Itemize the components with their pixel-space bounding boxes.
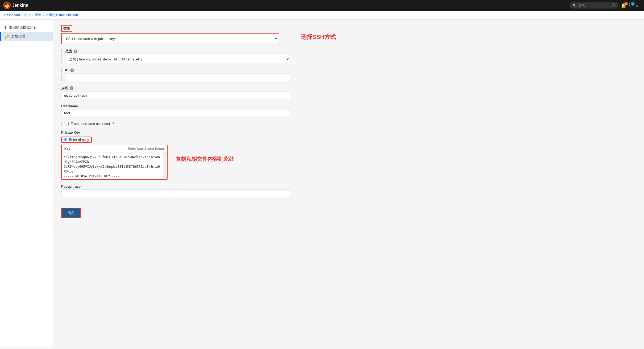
sep4: ›	[80, 13, 81, 17]
enter-directly-box: Enter directly	[61, 137, 92, 143]
navbar-icons: 🔔 2 🛡 2 jerr	[621, 3, 641, 8]
submit-section: 确定	[61, 204, 636, 218]
search-input[interactable]	[578, 3, 610, 7]
user-menu[interactable]: jerr	[636, 3, 641, 7]
key-scrollbar: ▲ ▼	[163, 153, 167, 179]
breadcrumb-system[interactable]: 系统	[35, 13, 41, 17]
logo: 🧑 Jenkins	[3, 2, 28, 9]
treat-username-label: Treat username as secret	[71, 122, 110, 126]
username-label: Username	[61, 104, 290, 108]
treat-username-section: Treat username as secret ?	[61, 122, 290, 126]
sep1: ›	[22, 13, 23, 17]
username-label-text: Username	[61, 104, 78, 108]
description-section: 描述 ? gitlab-auth-ssh	[61, 86, 290, 99]
sep2: ›	[32, 13, 33, 17]
sidebar-add-label: 添加凭据	[11, 34, 25, 39]
description-input[interactable]: gitlab-auth-ssh	[61, 92, 290, 99]
breadcrumb: Dashboard › 凭据 › 系统 › 全局凭据 (unrestricted…	[0, 11, 644, 20]
range-label-text: 范围	[65, 49, 72, 54]
range-label: 范围 ?	[65, 49, 290, 54]
key-icon: 🔑	[5, 34, 9, 39]
key-outer-box: Key Enter New Secret Below ▲ ▼	[61, 145, 168, 180]
passphrase-input[interactable]	[61, 190, 290, 197]
sidebar-item-back[interactable]: ⬆ 返回到凭据域列表	[0, 23, 53, 32]
key-hint: Enter New Secret Below	[128, 147, 164, 151]
private-key-section: Private Key Enter directly Key Enter New…	[61, 130, 290, 180]
notification-badge: 2	[624, 2, 628, 6]
submit-button[interactable]: 确定	[61, 208, 81, 218]
navbar: 🧑 Jenkins 🔍 ? 🔔 2 🛡 2 jerr	[0, 0, 644, 11]
key-area-header: Key Enter New Secret Below	[62, 145, 167, 153]
passphrase-label-text: Passphrase	[61, 184, 81, 188]
sidebar-back-label: 返回到凭据域列表	[9, 25, 37, 30]
notification-icon[interactable]: 🔔 2	[621, 3, 626, 8]
username-section: Username root	[61, 104, 290, 117]
id-label-text: ID	[65, 68, 69, 72]
treat-username-row: Treat username as secret ?	[65, 122, 290, 126]
key-area-row: Key Enter New Secret Below ▲ ▼ 复制私钥文件内容到…	[61, 145, 290, 180]
breadcrumb-global[interactable]: 全局凭据 (unrestricted)	[45, 13, 78, 17]
key-area: Key Enter New Secret Below ▲ ▼	[62, 145, 167, 179]
passphrase-label: Passphrase	[61, 184, 290, 188]
main-layout: ⬆ 返回到凭据域列表 🔑 添加凭据 类型 SSH Username with p…	[0, 20, 644, 347]
key-textarea-wrapper: ▲ ▼	[62, 153, 167, 179]
id-label: ID ?	[65, 68, 290, 72]
range-section: 范围 ? 全局 (Jenkins, nodes, items, all chil…	[61, 49, 290, 63]
type-select-box: SSH Username with private key	[61, 33, 279, 44]
description-label: 描述 ?	[61, 86, 290, 91]
main-content: 类型 SSH Username with private key 选择SSH方式…	[53, 20, 644, 347]
type-annotation: 选择SSH方式	[301, 33, 336, 41]
range-help-icon[interactable]: ?	[74, 50, 77, 53]
sidebar-item-add-credentials[interactable]: 🔑 添加凭据	[0, 32, 53, 41]
type-label: 类型	[61, 25, 290, 32]
breadcrumb-dashboard[interactable]: Dashboard	[4, 13, 20, 17]
enter-directly-radio[interactable]	[64, 138, 67, 141]
type-field-group: 类型 SSH Username with private key	[61, 25, 290, 44]
enter-directly-row: Enter directly	[61, 137, 290, 143]
sep3: ›	[43, 13, 44, 17]
passphrase-section: Passphrase	[61, 184, 290, 197]
jenkins-icon: 🧑	[3, 2, 11, 9]
treat-username-checkbox[interactable]	[65, 122, 69, 125]
id-section: ID ?	[61, 68, 290, 81]
private-key-label: Private Key	[61, 130, 290, 134]
id-input[interactable]	[65, 73, 290, 81]
desc-help-icon[interactable]: ?	[70, 86, 73, 90]
security-badge: 2	[631, 2, 635, 6]
sidebar: ⬆ 返回到凭据域列表 🔑 添加凭据	[0, 20, 53, 347]
key-textarea[interactable]	[62, 153, 163, 179]
key-area-label: Key	[64, 147, 70, 151]
search-icon: 🔍	[572, 3, 577, 7]
description-label-text: 描述	[61, 86, 68, 91]
search-box[interactable]: 🔍 ?	[570, 2, 618, 9]
type-row: 类型 SSH Username with private key 选择SSH方式	[61, 25, 636, 44]
type-label-text: 类型	[61, 25, 72, 32]
breadcrumb-credentials[interactable]: 凭据	[24, 13, 31, 17]
key-annotation: 复制私钥文件内容到此处	[176, 155, 234, 163]
back-icon: ⬆	[4, 25, 7, 30]
type-select[interactable]: SSH Username with private key	[62, 34, 278, 43]
logo-text: Jenkins	[12, 3, 28, 8]
treat-help-icon[interactable]: ?	[112, 122, 114, 126]
username-input[interactable]: root	[61, 109, 290, 117]
range-select[interactable]: 全局 (Jenkins, nodes, items, all child ite…	[65, 55, 290, 63]
security-icon[interactable]: 🛡 2	[629, 3, 633, 8]
enter-directly-label: Enter directly	[69, 138, 89, 142]
id-help-icon[interactable]: ?	[70, 68, 74, 72]
help-icon[interactable]: ?	[612, 3, 616, 7]
